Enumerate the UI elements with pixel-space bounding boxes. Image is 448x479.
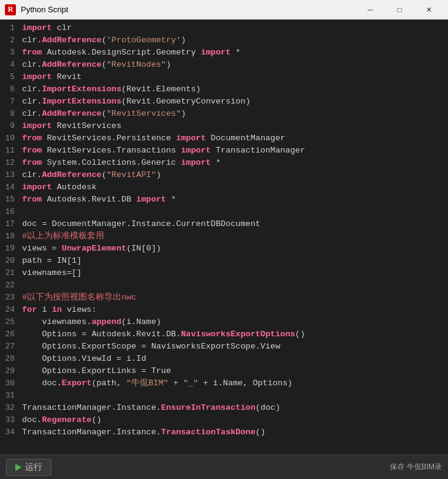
token: AddReference <box>42 170 101 179</box>
token: clr. <box>22 60 42 69</box>
table-row: 32TransactionManager.Instance.EnsureInTr… <box>0 402 448 414</box>
line-content: for i in views: <box>20 304 97 316</box>
token: for <box>22 305 37 314</box>
table-row: 25 viewnames.append(i.Name) <box>0 316 448 328</box>
line-content: clr.AddReference("RevitAPI") <box>20 169 161 181</box>
token: clr. <box>22 170 42 179</box>
line-number: 22 <box>0 279 20 292</box>
maximize-button[interactable]: □ <box>385 1 414 19</box>
token: ( <box>102 170 107 179</box>
token: * <box>211 158 221 167</box>
token: DocumentManager <box>206 134 286 143</box>
line-number: 17 <box>0 218 20 230</box>
token: import <box>22 23 52 32</box>
token: ) <box>181 109 186 118</box>
line-number: 7 <box>0 96 20 108</box>
line-content: clr.AddReference("RevitServices") <box>20 108 186 120</box>
token: clr. <box>22 36 42 45</box>
line-number: 2 <box>0 34 20 47</box>
token: ) <box>156 170 161 179</box>
token: TransactionManager.Instance. <box>22 428 161 437</box>
token: RevitServices.Persistence <box>42 134 176 143</box>
line-number: 18 <box>0 230 20 243</box>
line-content: doc.Regenerate() <box>20 414 102 426</box>
table-row: 1import clr <box>0 22 448 34</box>
line-content: Options = Autodesk.Revit.DB.NavisworksEx… <box>20 328 305 341</box>
token: Export <box>62 379 92 388</box>
token: Options.ExportScope = NavisworksExportSc… <box>22 342 280 351</box>
token: TransactionManager.Instance. <box>22 403 161 412</box>
table-row: 30 doc.Export(path, "牛侃BIM" + "_" + i.Na… <box>0 377 448 390</box>
token: doc. <box>22 379 62 388</box>
token: UnwrapElement <box>62 244 126 253</box>
token: Autodesk.Revit.DB <box>42 195 136 204</box>
token: + i.Name, Options) <box>198 379 292 388</box>
token: ( <box>102 109 107 118</box>
token: import <box>181 146 211 155</box>
token: AddReference <box>42 36 101 45</box>
table-row: 27 Options.ExportScope = NavisworksExpor… <box>0 341 448 353</box>
table-row: 14import Autodesk <box>0 181 448 194</box>
line-number: 27 <box>0 341 20 353</box>
line-number: 5 <box>0 71 20 83</box>
token: clr. <box>22 85 42 94</box>
line-content: Options.ExportScope = NavisworksExportSc… <box>20 341 280 353</box>
table-row: 19views = UnwrapElement(IN[0]) <box>0 243 448 255</box>
line-content: #以上为标准模板套用 <box>20 230 104 243</box>
line-number: 31 <box>0 390 20 402</box>
line-content: #以下为按照视图名称导出nwc <box>20 292 136 304</box>
line-number: 19 <box>0 243 20 255</box>
line-content: Options.ExportLinks = True <box>20 365 171 377</box>
table-row: 28 Options.ViewId = i.Id <box>0 353 448 365</box>
line-number: 11 <box>0 145 20 157</box>
token: doc. <box>22 415 42 424</box>
token: (Revit.Elements) <box>121 85 201 94</box>
title-bar: R Python Script ─ □ ✕ <box>0 0 448 20</box>
token: Autodesk.DesignScript.Geometry <box>42 48 200 57</box>
token: clr. <box>22 109 42 118</box>
line-content: views = UnwrapElement(IN[0]) <box>20 243 161 255</box>
line-number: 4 <box>0 59 20 71</box>
line-number: 29 <box>0 365 20 377</box>
run-button[interactable]: 运行 <box>6 459 51 476</box>
line-content: TransactionManager.Instance.EnsureInTran… <box>20 402 280 414</box>
line-number: 30 <box>0 377 20 390</box>
token: Options.ViewId = i.Id <box>22 354 146 363</box>
line-number: 25 <box>0 316 20 328</box>
line-number: 1 <box>0 22 20 34</box>
table-row: 16 <box>0 206 448 218</box>
token: i <box>37 305 51 314</box>
line-content: import Revit <box>20 71 82 83</box>
token: from <box>22 134 42 143</box>
window-controls: ─ □ ✕ <box>356 1 443 19</box>
line-content: clr.AddReference("RevitNodes") <box>20 59 171 71</box>
line-number: 12 <box>0 157 20 169</box>
token: Options.ExportLinks = True <box>22 366 171 375</box>
line-number: 6 <box>0 83 20 96</box>
line-number: 8 <box>0 108 20 120</box>
token: ) <box>181 36 186 45</box>
table-row: 22 <box>0 279 448 292</box>
token: () <box>91 415 101 424</box>
token: Regenerate <box>42 415 91 424</box>
line-number: 3 <box>0 47 20 59</box>
line-content: clr.ImportExtensions(Revit.GeometryConve… <box>20 96 251 108</box>
code-editor[interactable]: 1import clr2clr.AddReference('ProtoGeome… <box>0 20 448 454</box>
line-content: from RevitServices.Transactions import T… <box>20 145 305 157</box>
table-row: 33doc.Regenerate() <box>0 414 448 426</box>
close-button[interactable]: ✕ <box>415 1 443 19</box>
minimize-button[interactable]: ─ <box>356 1 384 19</box>
table-row: 6clr.ImportExtensions(Revit.Elements) <box>0 83 448 96</box>
status-text: 保存 牛侃BIM录 <box>390 462 442 472</box>
token: System.Collections.Generic <box>42 158 181 167</box>
line-content: import Autodesk <box>20 181 97 194</box>
line-content: doc = DocumentManager.Instance.CurrentDB… <box>20 218 260 230</box>
line-number: 24 <box>0 304 20 316</box>
line-number: 10 <box>0 132 20 145</box>
line-content: viewnames=[] <box>20 267 82 279</box>
token: * <box>166 195 176 204</box>
token: viewnames=[] <box>22 268 82 277</box>
play-icon <box>15 464 21 471</box>
token: (IN[0]) <box>126 244 161 253</box>
line-number: 26 <box>0 328 20 341</box>
